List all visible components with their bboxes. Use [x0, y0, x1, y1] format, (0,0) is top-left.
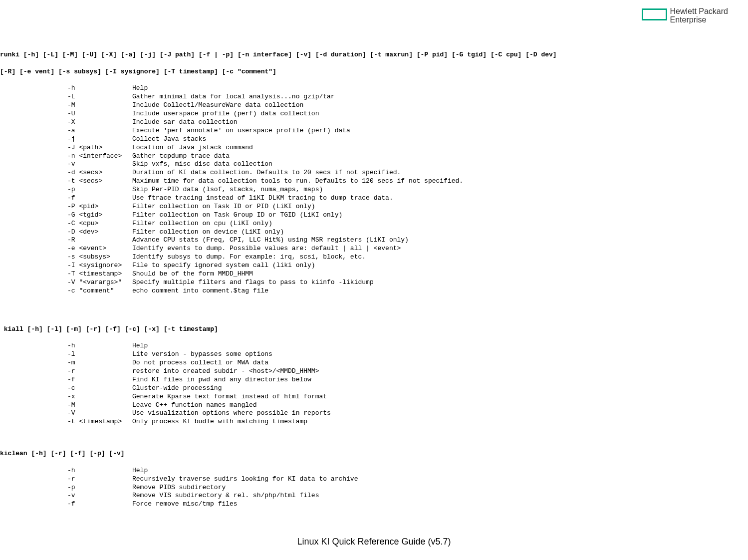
runki-option-row: -G <tgid>Filter collection on Task Group… [0, 211, 557, 220]
runki-desc: Use ftrace tracing instead of liKI DLKM … [132, 194, 393, 203]
runki-desc: Execute 'perf annotate' on userspace pro… [132, 127, 350, 135]
runki-desc: echo comment into comment.$tag file [132, 287, 268, 295]
runki-option-row: -C <cpu>Filter collection on cpu (LiKI o… [0, 220, 557, 228]
runki-desc: Duration of KI data collection. Defaults… [132, 169, 401, 177]
runki-desc: Filter collection on Task ID or PID (LiK… [132, 203, 315, 211]
runki-desc: Filter collection on Task Group ID or TG… [132, 211, 342, 220]
kiall-desc: Do not process collectl or MWA data [132, 359, 268, 367]
runki-desc: Filter collection on device (LiKI only) [132, 228, 284, 237]
kiall-flag: -V [67, 409, 132, 418]
kiall-flag: -h [67, 342, 132, 350]
runki-desc: Specify multiple filters and flags to pa… [132, 279, 374, 287]
runki-option-row: -D <dev>Filter collection on device (LiK… [0, 228, 557, 237]
runki-desc: Include userspace profile (perf) data co… [132, 110, 319, 118]
runki-desc: Advance CPU stats (Freq, CPI, LLC Hit%) … [132, 236, 409, 245]
runki-flag: -a [67, 127, 132, 135]
hpe-logo-mark [642, 8, 667, 20]
kiclean-flag: -p [67, 484, 132, 492]
runki-usage-1: runki [-h] [-L] [-M] [-U] [-X] [-a] [-j]… [0, 51, 557, 59]
runki-option-row: -t <secs>Maximum time for data collectio… [0, 177, 557, 186]
runki-flag: -G <tgid> [67, 211, 132, 220]
kiall-flag: -x [67, 393, 132, 401]
kiclean-option-row: -fForce remove misc/tmp files [0, 500, 557, 509]
runki-flag: -P <pid> [67, 203, 132, 211]
runki-desc: Skip vxfs, misc disc data collection [132, 160, 272, 169]
runki-desc: Help [132, 84, 148, 93]
kiclean-flag: -v [67, 492, 132, 500]
kiall-option-row: -fFind KI files in pwd and any directori… [0, 376, 557, 384]
runki-option-row: -d <secs>Duration of KI data collection.… [0, 169, 557, 177]
runki-desc: Gather minimal data for local analysis..… [132, 93, 335, 101]
kiall-flag: -l [67, 350, 132, 359]
runki-option-row: -LGather minimal data for local analysis… [0, 93, 557, 101]
runki-option-row: -s <subsys>Identify subsys to dump. For … [0, 253, 557, 262]
kiall-option-row: -t <timestamp>Only process KI budle with… [0, 418, 557, 426]
runki-usage-2: [-R] [-e vent] [-s subsys] [-I sysignore… [0, 68, 557, 76]
runki-flag: -s <subsys> [67, 253, 132, 262]
kiclean-flag: -f [67, 500, 132, 509]
kiall-desc: Find KI files in pwd and any directories… [132, 376, 311, 384]
runki-desc: File to specify ignored system call (lik… [132, 262, 315, 270]
kiclean-desc: Remove PIDS subdirectory [132, 484, 226, 492]
runki-flag: -V "<varargs>" [67, 279, 132, 287]
runki-flag: -d <secs> [67, 169, 132, 177]
hpe-logo: Hewlett Packard Enterprise [642, 7, 729, 24]
runki-options: -hHelp-LGather minimal data for local an… [0, 84, 557, 295]
kiall-flag: -c [67, 384, 132, 393]
kiall-desc: Lite version - bypasses some options [132, 350, 272, 359]
kiall-desc: Leave C++ function names mangled [132, 401, 257, 410]
kiclean-flag: -r [67, 475, 132, 484]
runki-option-row: -RAdvance CPU stats (Freq, CPI, LLC Hit%… [0, 236, 557, 245]
kiall-option-row: -mDo not process collectl or MWA data [0, 359, 557, 367]
kiclean-option-row: -rRecursively traverse sudirs looking fo… [0, 475, 557, 484]
runki-flag: -M [67, 101, 132, 110]
runki-option-row: -J <path>Location of Java jstack command [0, 144, 557, 152]
runki-desc: Filter collection on cpu (LiKI only) [132, 220, 272, 228]
runki-flag: -p [67, 186, 132, 194]
kiclean-option-row: -vRemove VIS subdirectory & rel. sh/php/… [0, 492, 557, 500]
runki-desc: Should be of the form MMDD_HHMM [132, 270, 253, 279]
runki-flag: -f [67, 194, 132, 203]
kiclean-option-row: -pRemove PIDS subdirectory [0, 484, 557, 492]
kiall-desc: restore into created subdir - <host>/<MM… [132, 367, 319, 376]
runki-flag: -v [67, 160, 132, 169]
kiclean-desc: Remove VIS subdirectory & rel. sh/php/ht… [132, 492, 319, 500]
kiall-desc: Help [132, 342, 148, 350]
runki-desc: Include Collectl/MeasureWare data collec… [132, 101, 303, 110]
runki-option-row: -fUse ftrace tracing instead of liKI DLK… [0, 194, 557, 203]
runki-option-row: -n <interface>Gather tcpdump trace data [0, 152, 557, 161]
runki-option-row: -c "comment"echo comment into comment.$t… [0, 287, 557, 295]
runki-desc: Skip Per-PID data (lsof, stacks, numa_ma… [132, 186, 323, 194]
kiall-flag: -t <timestamp> [67, 418, 132, 426]
runki-option-row: -hHelp [0, 84, 557, 93]
logo-line1: Hewlett Packard [670, 7, 729, 15]
document-body: runki [-h] [-L] [-M] [-U] [-X] [-a] [-j]… [0, 42, 557, 517]
kiall-desc: Only process KI budle with matching time… [132, 418, 307, 426]
runki-option-row: -aExecute 'perf annotate' on userspace p… [0, 127, 557, 135]
kiall-option-row: -hHelp [0, 342, 557, 350]
runki-flag: -T <timestamp> [67, 270, 132, 279]
kiall-options: -hHelp-lLite version - bypasses some opt… [0, 342, 557, 426]
kiall-option-row: -VUse visualization options where possib… [0, 409, 557, 418]
runki-flag: -t <secs> [67, 177, 132, 186]
runki-flag: -U [67, 110, 132, 118]
kiall-desc: Cluster-wide processing [132, 384, 222, 393]
kiclean-desc: Recursively traverse sudirs looking for … [132, 475, 358, 484]
runki-flag: -h [67, 84, 132, 93]
runki-desc: Identify subsys to dump. For example: ir… [132, 253, 366, 262]
kiall-usage: kiall [-h] [-l] [-m] [-r] [-f] [-c] [-x]… [0, 325, 557, 334]
runki-desc: Gather tcpdump trace data [132, 152, 230, 161]
runki-option-row: -UInclude userspace profile (perf) data … [0, 110, 557, 118]
runki-option-row: -XInclude sar data collection [0, 118, 557, 127]
runki-desc: Collect Java stacks [132, 135, 206, 144]
kiall-flag: -M [67, 401, 132, 410]
runki-option-row: -V "<varargs>"Specify multiple filters a… [0, 279, 557, 287]
kiclean-desc: Force remove misc/tmp files [132, 500, 238, 509]
runki-flag: -L [67, 93, 132, 101]
kiall-option-row: -MLeave C++ function names mangled [0, 401, 557, 410]
runki-option-row: -e <event>Identify events to dump. Possi… [0, 245, 557, 253]
runki-flag: -X [67, 118, 132, 127]
runki-flag: -e <event> [67, 245, 132, 253]
runki-desc: Include sar data collection [132, 118, 238, 127]
runki-flag: -C <cpu> [67, 220, 132, 228]
